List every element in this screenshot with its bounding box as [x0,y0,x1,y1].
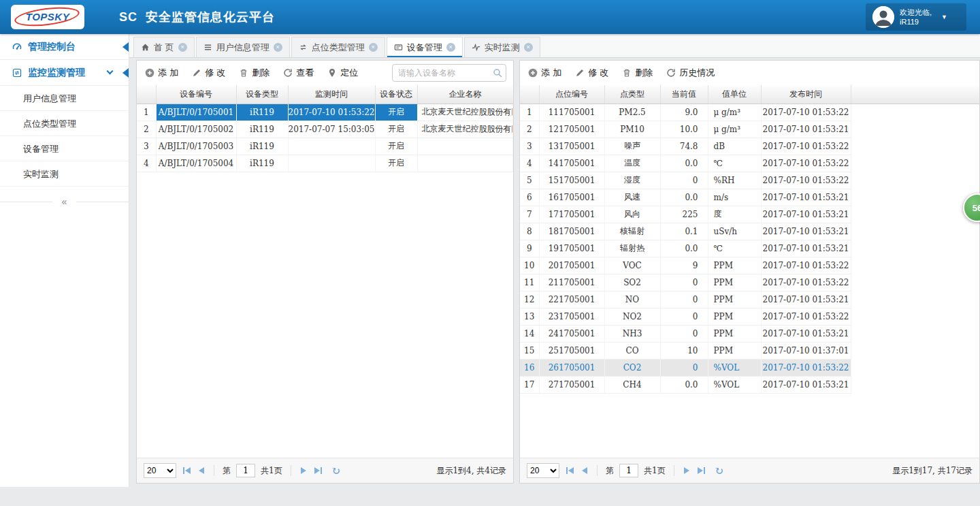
sidebar-item-user-info[interactable]: 用户信息管理 [0,86,129,111]
edit-button[interactable]: 修 改 [192,67,225,79]
column-header[interactable]: 监测时间 [288,85,375,104]
table-cell [851,274,979,291]
tab-close-icon[interactable]: × [369,43,378,52]
column-header[interactable]: 设备类型 [236,85,288,104]
tab-point-type[interactable]: 点位类型管理 × [291,37,385,57]
table-cell: 221705001 [539,291,604,308]
search-icon[interactable] [493,68,502,78]
device-search-input[interactable] [392,64,506,82]
table-cell: 121705001 [539,121,604,138]
tab-close-icon[interactable]: × [446,43,455,52]
table-row[interactable]: 8181705001核辐射0.1uSv/h2017-07-10 01:53:21 [520,223,979,240]
tab-close-icon[interactable]: × [178,43,187,52]
table-row[interactable]: 17271705001CH40.0%VOL2017-07-10 01:53:21 [520,376,979,393]
table-cell: 0.1 [660,223,708,240]
tab-realtime[interactable]: 实时监测 × [464,37,540,57]
prev-page-button[interactable] [581,466,589,475]
next-page-button[interactable] [683,466,691,475]
tab-device-mgmt[interactable]: 设备管理 × [387,37,463,57]
column-header[interactable] [851,85,979,104]
sidebar-item-monitoring[interactable]: 监控监测管理 [0,60,129,86]
first-page-button[interactable] [182,466,192,475]
next-page-button[interactable] [299,466,308,475]
table-row[interactable]: 5151705001湿度0%RH2017-07-10 01:53:22 [520,172,979,189]
table-cell: %VOL [708,376,761,393]
table-row[interactable]: 9191705001辐射热0.0℃2017-07-10 01:53:21 [520,240,979,257]
table-cell: iR119 [236,121,288,138]
column-header[interactable]: 设备编号 [156,85,236,104]
table-cell: 271705001 [539,376,604,393]
table-cell: 2017-07-10 01:53:22 [761,359,851,376]
table-row[interactable]: 1A/BJLT/0/1705001iR1192017-07-10 01:53:2… [137,104,513,121]
column-header[interactable]: 当前值 [660,85,708,104]
column-header[interactable] [137,85,156,104]
table-row[interactable]: 15251705001CO10PPM2017-07-10 01:37:01 [520,342,979,359]
table-row[interactable]: 7171705001风向225度2017-07-10 01:53:21 [520,206,979,223]
table-row[interactable]: 4141705001温度0.0℃2017-07-10 01:53:22 [520,155,979,172]
table-row[interactable]: 2121705001PM1010.0μ g/m³2017-07-10 01:53… [520,121,979,138]
delete-button[interactable]: 删除 [622,67,653,79]
table-row[interactable]: 4A/BJLT/0/1705004iR119开启 [137,155,513,172]
sidebar-collapse-button[interactable]: « [52,196,77,207]
table-row[interactable]: 3A/BJLT/0/1705003iR119开启 [137,138,513,155]
table-cell [417,155,513,172]
tab-user-info[interactable]: 用户信息管理 × [196,37,290,57]
table-cell: 0 [660,359,708,376]
column-header[interactable]: 企业名称 [417,85,513,104]
column-header[interactable]: 值单位 [708,85,761,104]
reload-icon[interactable]: ↻ [331,464,340,477]
add-button[interactable]: 添 加 [145,67,178,79]
table-row[interactable]: 1111705001PM2.59.0μ g/m³2017-07-10 01:53… [520,104,979,121]
table-cell: 3 [137,138,156,155]
table-row[interactable]: 10201705001VOC9PPM2017-07-10 01:53:22 [520,257,979,274]
table-row[interactable]: 14241705001NH30PPM2017-07-10 01:53:21 [520,325,979,342]
table-cell [851,308,979,325]
column-header[interactable]: 点类型 [604,85,660,104]
prev-page-button[interactable] [197,466,206,475]
table-cell: 0.0 [660,376,708,393]
table-cell: 161705001 [539,189,604,206]
edit-button[interactable]: 修 改 [575,67,608,79]
tab-close-icon[interactable]: × [274,43,282,52]
table-row[interactable]: 13231705001NO20PPM2017-07-10 01:53:22 [520,308,979,325]
column-header[interactable]: 设备状态 [375,85,417,104]
delete-button[interactable]: 删除 [239,67,270,79]
active-marker-icon [122,42,129,52]
sidebar-item-point-type[interactable]: 点位类型管理 [0,111,129,136]
page-size-select[interactable]: 20 [144,463,176,478]
reload-icon[interactable]: ↻ [715,464,723,477]
view-button[interactable]: 查看 [283,67,314,79]
sidebar-item-console[interactable]: 管理控制台 [0,34,129,60]
pulse-icon [472,43,480,52]
first-page-button[interactable] [565,466,575,475]
table-row[interactable]: 6161705001风速0.0m/s2017-07-10 01:53:21 [520,189,979,206]
divider [674,465,674,476]
table-row[interactable]: 12221705001NO0PPM2017-07-10 01:53:21 [520,291,979,308]
sidebar-item-device-mgmt[interactable]: 设备管理 [0,136,129,161]
sidebar-item-label: 管理控制台 [28,41,76,53]
last-page-button[interactable] [696,466,706,475]
home-icon [141,43,150,52]
table-row[interactable]: 16261705001CO20%VOL2017-07-10 01:53:22 [520,359,979,376]
table-row[interactable]: 3131705001噪声74.8dB2017-07-10 01:53:22 [520,138,979,155]
column-header[interactable]: 发布时间 [761,85,851,104]
tab-home[interactable]: 首 页 × [133,37,195,57]
last-page-button[interactable] [313,466,323,475]
user-widget[interactable]: 欢迎光临, iR119 ▼ [866,3,966,31]
page-number-input[interactable] [619,464,638,477]
locate-button[interactable]: 定位 [327,67,358,79]
trash-icon [239,68,248,78]
table-cell: CO [604,342,660,359]
page-number-input[interactable] [236,464,255,477]
column-header[interactable] [520,85,539,104]
history-button[interactable]: 历史情况 [666,67,715,79]
table-cell [851,240,979,257]
table-row[interactable]: 11211705001SO20PPM2017-07-10 01:53:22 [520,274,979,291]
column-header[interactable]: 点位编号 [539,85,604,104]
table-row[interactable]: 2A/BJLT/0/1705002iR1192017-07-07 15:03:0… [137,121,513,138]
add-button[interactable]: 添 加 [528,67,561,79]
tab-close-icon[interactable]: × [524,43,533,52]
page-size-select[interactable]: 20 [527,463,559,478]
table-cell: 111705001 [539,104,604,121]
sidebar-item-realtime[interactable]: 实时监测 [0,161,129,187]
